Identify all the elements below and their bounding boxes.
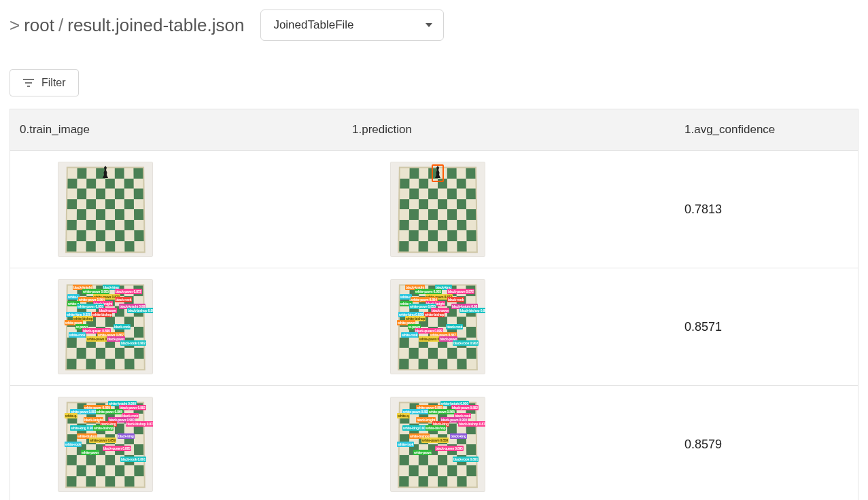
prediction-thumbnail[interactable]: black-kingblack-knightwhite-pawn 0.905bl…	[390, 279, 485, 374]
table-row: white-knight 0.900white-pawn 0.895black-…	[10, 386, 858, 500]
breadcrumb-sep: /	[58, 15, 63, 36]
table-header-row: 0.train_image 1.prediction 1.avg_confide…	[10, 109, 858, 151]
file-type-value: JoinedTableFile	[273, 18, 353, 31]
cell-train-image	[10, 151, 343, 268]
filter-label: Filter	[41, 77, 66, 89]
cell-avg-confidence: 0.8571	[675, 309, 858, 345]
prediction-thumbnail[interactable]	[390, 162, 485, 257]
cell-prediction: black-kingblack-knightwhite-pawn 0.905bl…	[343, 268, 675, 385]
col-prediction[interactable]: 1.prediction	[343, 109, 675, 150]
cell-avg-confidence: 0.7813	[675, 192, 858, 228]
col-train-image[interactable]: 0.train_image	[10, 109, 343, 150]
chevron-down-icon	[426, 23, 432, 27]
breadcrumb-prefix: >	[10, 15, 20, 36]
train-image-thumbnail[interactable]: white-knight 0.900white-pawn 0.895black-…	[58, 397, 153, 492]
file-type-select[interactable]: JoinedTableFile	[260, 10, 444, 41]
cell-prediction	[343, 151, 675, 268]
breadcrumb: > root / result.joined-table.json	[10, 15, 244, 36]
train-image-thumbnail[interactable]	[58, 162, 153, 257]
col-avg-confidence[interactable]: 1.avg_confidence	[675, 109, 858, 150]
piece-marker	[101, 166, 110, 181]
table-row: black-kingblack-knightwhite-pawn 0.905bl…	[10, 268, 858, 386]
result-table: 0.train_image 1.prediction 1.avg_confide…	[10, 109, 858, 500]
cell-train-image: black-kingblack-knightwhite-pawn 0.905bl…	[10, 268, 343, 385]
train-image-thumbnail[interactable]: black-kingblack-knightwhite-pawn 0.905bl…	[58, 279, 153, 374]
cell-train-image: white-knight 0.900white-pawn 0.895black-…	[10, 386, 343, 500]
cell-prediction: white-knight 0.900white-pawn 0.895black-…	[343, 386, 675, 500]
cell-avg-confidence: 0.8579	[675, 427, 858, 463]
piece-marker	[433, 166, 442, 181]
breadcrumb-file: result.joined-table.json	[67, 15, 244, 36]
breadcrumb-root[interactable]: root	[24, 15, 54, 36]
filter-button[interactable]: Filter	[10, 69, 79, 96]
prediction-thumbnail[interactable]: white-knight 0.900white-pawn 0.895black-…	[390, 397, 485, 492]
table-row: 0.7813	[10, 151, 858, 268]
filter-icon	[22, 78, 35, 88]
